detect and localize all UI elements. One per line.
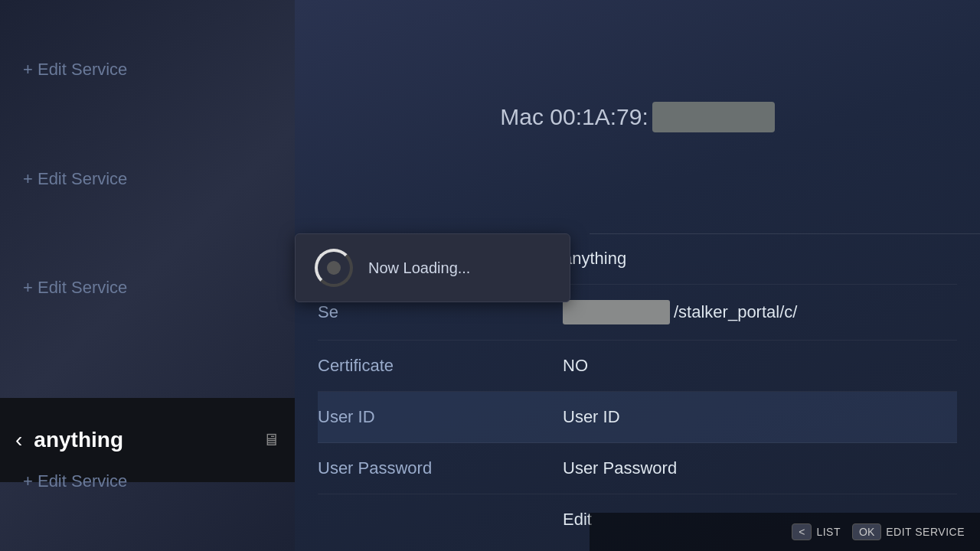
service-name-value: anything xyxy=(563,249,957,269)
mac-display: Mac 00:1A:79: xyxy=(500,102,774,132)
loading-text: Now Loading... xyxy=(368,259,470,277)
user-id-row: User ID User ID xyxy=(318,392,957,443)
mac-value-hidden xyxy=(652,102,775,132)
certificate-row: Certificate NO xyxy=(318,341,957,392)
top-section: Mac 00:1A:79: xyxy=(295,0,980,233)
sidebar-item-3[interactable]: + Edit Service xyxy=(0,262,295,313)
bottom-bar: < LIST OK EDIT SERVICE xyxy=(590,513,980,551)
user-password-value: User Password xyxy=(563,458,957,478)
list-button[interactable]: < LIST xyxy=(792,523,841,540)
edit-button[interactable]: Edit xyxy=(563,510,592,530)
back-arrow-icon[interactable]: ‹ xyxy=(15,428,22,452)
loading-overlay: Now Loading... xyxy=(295,233,570,302)
tv-icon: 🖥 xyxy=(263,430,279,450)
sidebar-item-4[interactable]: + Edit Service xyxy=(0,456,295,507)
active-service-label: anything xyxy=(34,428,251,452)
sidebar-item-2[interactable]: + Edit Service xyxy=(0,154,295,204)
ok-edit-button[interactable]: OK EDIT SERVICE xyxy=(852,523,965,540)
list-label: LIST xyxy=(816,526,841,538)
edit-service-label: EDIT SERVICE xyxy=(886,526,965,538)
back-key: < xyxy=(792,523,812,540)
user-id-label: User ID xyxy=(318,407,563,427)
url-hidden-block xyxy=(563,300,670,324)
sidebar: + Edit Service + Edit Service + Edit Ser… xyxy=(0,0,295,551)
sidebar-item-1[interactable]: + Edit Service xyxy=(0,44,295,95)
loading-spinner xyxy=(315,249,353,287)
mac-prefix: Mac 00:1A:79: xyxy=(500,104,648,130)
service-url-value: /stalker_portal/c/ xyxy=(563,300,957,324)
certificate-value: NO xyxy=(563,356,957,376)
certificate-label: Certificate xyxy=(318,356,563,376)
user-id-value: User ID xyxy=(563,407,957,427)
service-url-label: Se xyxy=(318,302,563,322)
user-password-row: User Password User Password xyxy=(318,443,957,494)
ok-key: OK xyxy=(852,523,881,540)
url-suffix: /stalker_portal/c/ xyxy=(674,302,797,322)
user-password-label: User Password xyxy=(318,458,563,478)
